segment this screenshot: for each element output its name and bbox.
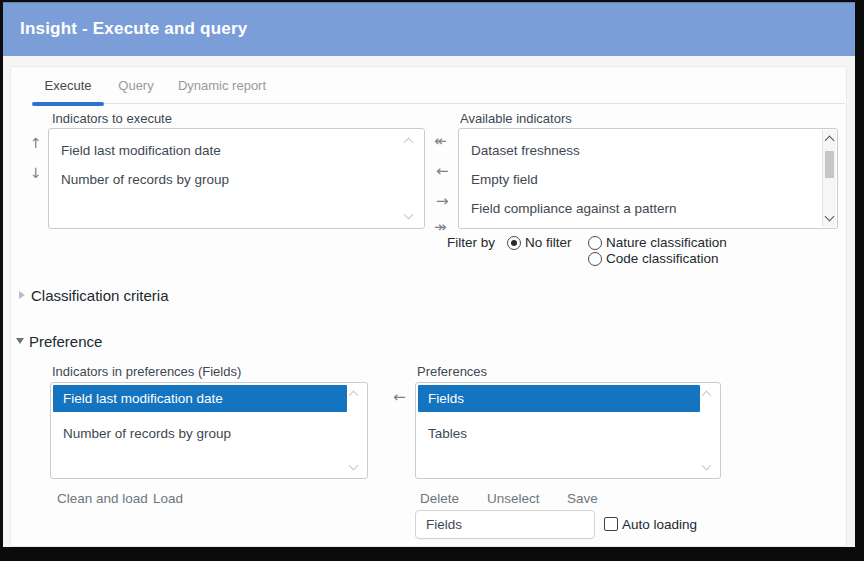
tab-query[interactable]: Query [104,78,168,104]
scroll-down-icon[interactable] [349,461,359,471]
collapse-arrow-icon[interactable] [19,291,25,299]
radio-no-filter-label[interactable]: No filter [525,235,572,250]
move-up-icon[interactable]: ↑ [30,136,42,150]
delete-button[interactable]: Delete [420,491,459,506]
scroll-down-icon[interactable] [702,461,712,471]
radio-code-classification-label[interactable]: Code classification [606,251,719,266]
list-item[interactable]: Field last modification date [49,136,424,165]
available-indicators-label: Available indicators [460,111,572,126]
list-item[interactable]: Fields [418,385,700,412]
list-item[interactable]: Field min-max modifications for a period… [459,223,837,229]
preference-move-left-icon[interactable]: ← [393,390,406,405]
scrollbar-thumb[interactable] [825,151,834,178]
preferences-listbox[interactable]: Fields Tables [415,382,721,479]
list-item[interactable]: Field last modification date [53,385,347,412]
list-item[interactable]: Number of records by group [49,165,424,194]
tab-execute[interactable]: Execute [32,78,104,104]
tab-dynamic-report[interactable]: Dynamic report [168,78,276,104]
scroll-up-icon[interactable] [825,136,835,146]
available-indicators-listbox[interactable]: Dataset freshness Empty field Field comp… [458,128,838,229]
list-item[interactable]: Field compliance against a pattern [459,194,837,223]
radio-nature-classification[interactable] [588,236,602,250]
app-window: Insight - Execute and query Execute Quer… [0,0,864,561]
unselect-button[interactable]: Unselect [487,491,540,506]
scroll-up-icon[interactable] [349,391,359,401]
scrollbar[interactable] [822,130,836,227]
indicators-in-preferences-listbox[interactable]: Field last modification date Number of r… [50,382,368,479]
preference-name-input[interactable] [415,510,595,539]
indicators-to-execute-label: Indicators to execute [52,111,172,126]
indicators-in-preferences-label: Indicators in preferences (Fields) [52,364,241,379]
load-button[interactable]: Load [153,491,183,506]
move-left-icon[interactable]: ← [436,164,449,179]
radio-no-filter[interactable] [507,236,521,250]
tab-bar: Execute Query Dynamic report [35,78,845,104]
move-down-icon[interactable]: ↓ [30,166,42,180]
preferences-label: Preferences [417,364,487,379]
auto-loading-checkbox[interactable] [604,517,618,531]
move-all-left-icon[interactable]: ↞ [434,134,447,149]
list-item[interactable]: Empty field [459,165,837,194]
scroll-down-icon[interactable] [825,212,835,222]
move-all-right-icon[interactable]: ↠ [434,220,447,235]
scroll-up-icon[interactable] [702,391,712,401]
list-item[interactable]: Number of records by group [51,419,367,448]
indicators-to-execute-listbox[interactable]: Field last modification date Number of r… [48,128,425,229]
radio-nature-classification-label[interactable]: Nature classification [606,235,727,250]
section-preference[interactable]: Preference [29,333,102,350]
clean-and-load-button[interactable]: Clean and load [57,491,148,506]
window-title: Insight - Execute and query [20,19,247,39]
expand-arrow-icon[interactable] [16,338,24,344]
list-item[interactable]: Tables [416,419,720,448]
section-classification-criteria[interactable]: Classification criteria [31,287,169,304]
radio-code-classification[interactable] [588,252,602,266]
title-bar: Insight - Execute and query [3,2,855,56]
move-right-icon[interactable]: → [436,194,449,209]
filter-by-label: Filter by [447,235,495,250]
save-button[interactable]: Save [567,491,598,506]
list-item[interactable]: Dataset freshness [459,136,837,165]
scroll-down-icon[interactable] [404,210,414,220]
auto-loading-label[interactable]: Auto loading [622,517,697,532]
